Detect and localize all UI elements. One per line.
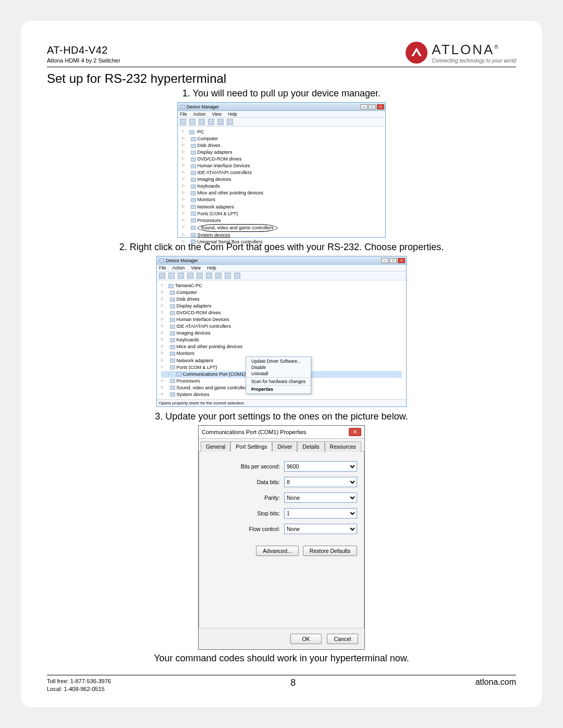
forward-icon[interactable] <box>168 273 175 279</box>
system-icon <box>191 233 196 237</box>
tollfree: Toll free: 1-877-536-3976 <box>47 677 111 685</box>
toolbar-icon[interactable] <box>215 273 222 279</box>
tree-disk[interactable]: Disk drives <box>161 296 402 303</box>
toolbar-icon[interactable] <box>206 273 212 279</box>
tree-keyboards[interactable]: Keyboards <box>161 337 402 343</box>
tab-resources[interactable]: Resources <box>325 441 361 452</box>
restore-defaults-button[interactable]: Restore Defaults <box>303 546 357 556</box>
select-parity[interactable]: None <box>284 492 357 503</box>
close-button[interactable]: ✕ <box>349 428 361 436</box>
tree-root[interactable]: TamaraC-PC <box>161 282 402 289</box>
toolbar <box>157 272 406 280</box>
tab-strip: General Port Settings Driver Details Res… <box>199 439 364 452</box>
toolbar <box>178 118 385 127</box>
ok-button[interactable]: OK <box>290 634 322 644</box>
toolbar-icon[interactable] <box>197 273 203 279</box>
tree-imaging[interactable]: Imaging devices <box>182 176 381 183</box>
tree-hid[interactable]: Human Interface Devices <box>182 163 381 169</box>
tree-cpu[interactable]: Processors <box>182 217 381 224</box>
toolbar-icon[interactable] <box>178 273 184 279</box>
toolbar-icon[interactable] <box>208 119 214 125</box>
toolbar-icon[interactable] <box>199 119 205 125</box>
maximize-button[interactable]: □ <box>369 104 376 109</box>
ctx-disable[interactable]: Disable <box>246 364 311 371</box>
forward-icon[interactable] <box>189 119 195 125</box>
devmgr-icon <box>159 258 164 263</box>
tree-computer[interactable]: Computer <box>182 135 381 142</box>
toolbar-icon[interactable] <box>227 119 233 125</box>
tree-imaging[interactable]: Imaging devices <box>161 330 402 337</box>
system-icon <box>170 392 175 397</box>
select-flow[interactable]: None <box>284 524 357 534</box>
tree-usb[interactable]: Universal Serial Bus controllers <box>182 239 381 245</box>
tree-disk[interactable]: Disk drives <box>182 142 381 149</box>
ctx-uninstall[interactable]: Uninstall <box>246 371 311 377</box>
tree-display[interactable]: Display adapters <box>161 303 402 310</box>
menu-view[interactable]: View <box>212 112 222 117</box>
atlona-logo-icon <box>406 42 427 64</box>
tree-dvd[interactable]: DVD/CD-ROM drives <box>161 310 402 316</box>
hid-icon <box>191 164 196 168</box>
tab-driver[interactable]: Driver <box>272 441 297 452</box>
tab-port-settings[interactable]: Port Settings <box>230 441 272 452</box>
menu-help[interactable]: Help <box>207 265 216 270</box>
back-icon[interactable] <box>180 119 186 125</box>
device-tree: -PC Computer Disk drives Display adapter… <box>178 127 385 248</box>
menu-file[interactable]: File <box>159 265 166 270</box>
tree-mice[interactable]: Mice and other pointing devices <box>182 190 381 196</box>
tab-details[interactable]: Details <box>297 441 324 452</box>
select-stopbits[interactable]: 1 <box>284 508 357 519</box>
tree-computer[interactable]: Computer <box>161 289 402 296</box>
cancel-button[interactable]: Cancel <box>327 634 358 644</box>
ctx-update[interactable]: Update Driver Software... <box>246 358 311 364</box>
menu-action[interactable]: Action <box>193 112 206 117</box>
menu-view[interactable]: View <box>191 265 201 270</box>
step-3-text: 3. Update your port settings to the ones… <box>47 411 516 422</box>
tree-display[interactable]: Display adapters <box>182 149 381 156</box>
select-bps[interactable]: 9600 <box>284 461 357 472</box>
tree-root[interactable]: -PC <box>182 129 381 135</box>
label-flow: Flow control: <box>249 526 280 532</box>
ctx-properties[interactable]: Properties <box>246 386 311 392</box>
tree-ide[interactable]: IDE ATA/ATAPI controllers <box>182 169 381 176</box>
close-button[interactable]: × <box>377 104 384 109</box>
menu-help[interactable]: Help <box>228 112 237 117</box>
tree-monitors[interactable]: Monitors <box>182 196 381 203</box>
contact-info: Toll free: 1-877-536-3976 Local: 1-408-9… <box>47 677 111 693</box>
menu-file[interactable]: File <box>180 112 187 117</box>
tab-general[interactable]: General <box>201 441 230 452</box>
tree-ports[interactable]: Ports (COM & LPT) <box>182 211 381 217</box>
page-footer: Toll free: 1-877-536-3976 Local: 1-408-9… <box>47 675 516 693</box>
advanced-button[interactable]: Advanced... <box>256 546 298 556</box>
imaging-icon <box>191 178 196 182</box>
titlebar: Device Manager – □ × <box>157 256 406 265</box>
brand-name: ATLONA <box>432 42 494 57</box>
menu-action[interactable]: Action <box>173 265 185 270</box>
tree-dvd[interactable]: DVD/CD-ROM drives <box>182 156 381 163</box>
tree-hid[interactable]: Human Interface Devices <box>161 316 402 323</box>
minimize-button[interactable]: – <box>360 104 368 109</box>
minimize-button[interactable]: – <box>381 258 388 263</box>
tree-keyboards[interactable]: Keyboards <box>182 183 381 190</box>
maximize-button[interactable]: □ <box>389 258 397 263</box>
close-button[interactable]: × <box>398 258 405 263</box>
toolbar-icon[interactable] <box>217 119 224 125</box>
disk-icon <box>191 144 196 148</box>
dialog-title: Communications Port (COM1) Properties <box>202 429 307 435</box>
computer-icon <box>191 137 196 141</box>
tree-mice[interactable]: Mice and other pointing devices <box>161 343 402 350</box>
select-databits[interactable]: 8 <box>284 477 357 487</box>
toolbar-icon[interactable] <box>187 273 193 279</box>
tree-system[interactable]: System devices <box>182 232 381 239</box>
tree-sound[interactable]: Sound, video and game controllers <box>182 224 381 232</box>
ctx-scan[interactable]: Scan for hardware changes <box>246 378 311 385</box>
back-icon[interactable] <box>159 273 165 279</box>
toolbar-icon[interactable] <box>234 273 240 279</box>
keyboard-icon <box>191 184 196 189</box>
tree-network[interactable]: Network adapters <box>182 204 381 211</box>
toolbar-icon[interactable] <box>225 273 231 279</box>
model-desc: Atlona HDMI 4 by 2 Switcher <box>47 57 120 64</box>
ports-icon <box>191 212 196 216</box>
tree-ide[interactable]: IDE ATA/ATAPI controllers <box>161 323 402 330</box>
win-title: Device Manager <box>187 104 219 109</box>
